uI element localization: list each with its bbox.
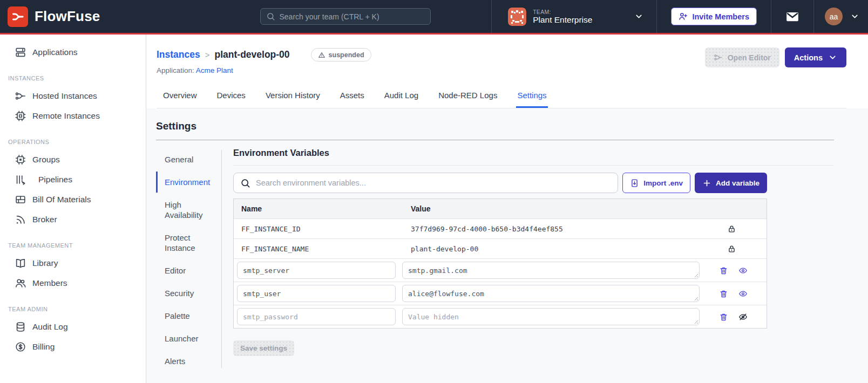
import-env-button[interactable]: Import .env xyxy=(622,173,690,193)
status-badge-label: suspended xyxy=(329,51,364,59)
plus-icon xyxy=(702,179,711,188)
env-var-value-input[interactable] xyxy=(402,285,700,302)
env-var-name: FF_INSTANCE_NAME xyxy=(234,245,403,253)
tab-settings[interactable]: Settings xyxy=(516,85,547,108)
settings-divider xyxy=(156,140,834,140)
tab-assets[interactable]: Assets xyxy=(339,85,365,108)
invite-members-label: Invite Members xyxy=(692,12,749,21)
chevron-down-icon xyxy=(850,12,859,21)
team-name: Plant Enterprise xyxy=(533,15,592,25)
user-menu[interactable]: aa xyxy=(814,8,868,25)
trash-icon xyxy=(719,289,728,298)
breadcrumb-instances-link[interactable]: Instances xyxy=(157,49,200,60)
library-icon xyxy=(15,257,26,269)
tab-audit-log[interactable]: Audit Log xyxy=(383,85,419,108)
open-editor-icon xyxy=(714,53,723,62)
add-variable-button[interactable]: Add variable xyxy=(695,173,767,193)
sidebar-item-label: Applications xyxy=(32,47,78,57)
settings-nav-environment[interactable]: Environment xyxy=(156,172,221,193)
table-row: FF_INSTANCE_ID 37f7d969-97cd-4000-b650-b… xyxy=(234,218,767,238)
settings-nav-editor[interactable]: Editor xyxy=(156,260,221,281)
settings-nav-launcher[interactable]: Launcher xyxy=(156,328,221,349)
flowfuse-logo-icon xyxy=(8,6,28,27)
sidebar-item-library[interactable]: Library xyxy=(0,253,146,273)
sidebar-item-billing[interactable]: Billing xyxy=(0,337,146,357)
settings-nav-palette[interactable]: Palette xyxy=(156,305,221,326)
groups-icon xyxy=(15,154,26,166)
sidebar-item-remote-instances[interactable]: Remote Instances xyxy=(0,106,146,126)
table-row xyxy=(234,258,767,282)
settings-nav-protect-instance[interactable]: Protect Instance xyxy=(156,227,199,258)
env-search[interactable] xyxy=(233,173,618,193)
env-var-value-input[interactable] xyxy=(402,308,700,325)
table-header-row: Name Value xyxy=(234,199,767,218)
hosted-instances-icon xyxy=(15,90,26,102)
hidden-value-button[interactable] xyxy=(738,312,748,322)
settings-title: Settings xyxy=(156,120,834,132)
remote-instances-icon xyxy=(15,110,26,122)
team-label: TEAM: xyxy=(533,9,592,15)
env-var-value-input[interactable] xyxy=(402,262,700,279)
application-line: Application: Acme Plant xyxy=(157,66,371,74)
delete-variable-button[interactable] xyxy=(719,266,728,275)
save-settings-button[interactable]: Save settings xyxy=(233,340,294,356)
global-search[interactable] xyxy=(260,8,431,25)
application-link[interactable]: Acme Plant xyxy=(196,66,233,74)
reveal-value-button[interactable] xyxy=(738,289,748,298)
env-var-value: plant-develop-00 xyxy=(403,245,696,253)
environment-panel: Environment Variables Import .env A xyxy=(222,148,834,373)
sidebar-item-broker[interactable]: Broker xyxy=(0,209,146,229)
sidebar-item-audit-log[interactable]: Audit Log xyxy=(0,317,146,337)
sidebar-item-hosted-instances[interactable]: Hosted Instances xyxy=(0,86,146,106)
global-search-input[interactable] xyxy=(280,12,425,21)
team-avatar xyxy=(508,8,526,26)
pipelines-icon xyxy=(15,174,26,186)
user-menu-toggle[interactable] xyxy=(850,12,859,21)
applications-icon xyxy=(15,46,26,58)
trash-icon xyxy=(719,312,728,322)
settings-nav: General Environment High Availability Pr… xyxy=(156,148,221,373)
add-variable-label: Add variable xyxy=(716,179,760,187)
sidebar-item-applications[interactable]: Applications xyxy=(0,42,146,62)
env-var-name-input[interactable] xyxy=(237,308,396,325)
sidebar-item-bill-of-materials[interactable]: Bill Of Materials xyxy=(0,189,146,209)
tab-node-red-logs[interactable]: Node-RED Logs xyxy=(437,85,498,108)
sidebar-item-label: Hosted Instances xyxy=(32,91,97,101)
settings-nav-security[interactable]: Security xyxy=(156,283,221,304)
invite-members-button[interactable]: Invite Members xyxy=(671,8,757,25)
delete-variable-button[interactable] xyxy=(719,312,728,322)
settings-nav-alerts[interactable]: Alerts xyxy=(156,351,221,372)
team-selector[interactable]: TEAM: Plant Enterprise xyxy=(492,8,602,26)
chevron-down-icon xyxy=(828,53,837,62)
chevron-down-icon xyxy=(634,12,643,21)
tab-version-history[interactable]: Version History xyxy=(265,85,321,108)
team-dropdown-toggle[interactable] xyxy=(602,12,656,21)
actions-button[interactable]: Actions xyxy=(785,47,846,67)
tab-overview[interactable]: Overview xyxy=(162,85,198,108)
env-search-input[interactable] xyxy=(256,179,611,187)
table-row xyxy=(234,282,767,305)
notifications-button[interactable] xyxy=(771,10,813,24)
settings-nav-high-availability[interactable]: High Availability xyxy=(156,194,205,225)
env-var-name-input[interactable] xyxy=(237,262,396,279)
table-row xyxy=(234,305,767,328)
column-header-name: Name xyxy=(234,204,403,213)
open-editor-button[interactable]: Open Editor xyxy=(705,47,779,67)
brand[interactable]: FlowFuse xyxy=(0,6,111,27)
trash-icon xyxy=(719,266,728,275)
breadcrumb: Instances > plant-develop-00 suspended xyxy=(157,47,371,61)
sidebar-item-label: Broker xyxy=(32,215,57,224)
env-var-name-input[interactable] xyxy=(237,285,396,302)
tab-devices[interactable]: Devices xyxy=(216,85,247,108)
delete-variable-button[interactable] xyxy=(719,289,728,298)
sidebar-item-members[interactable]: Members xyxy=(0,273,146,293)
settings-nav-general[interactable]: General xyxy=(156,149,221,170)
user-plus-icon xyxy=(679,12,688,21)
warning-triangle-icon xyxy=(318,51,326,59)
members-icon xyxy=(15,277,26,289)
brand-name: FlowFuse xyxy=(35,8,100,25)
sidebar-item-groups[interactable]: Groups xyxy=(0,149,146,169)
sidebar-item-pipelines[interactable]: Pipelines xyxy=(0,169,146,189)
reveal-value-button[interactable] xyxy=(738,266,748,275)
sidebar-item-label: Bill Of Materials xyxy=(32,195,91,204)
